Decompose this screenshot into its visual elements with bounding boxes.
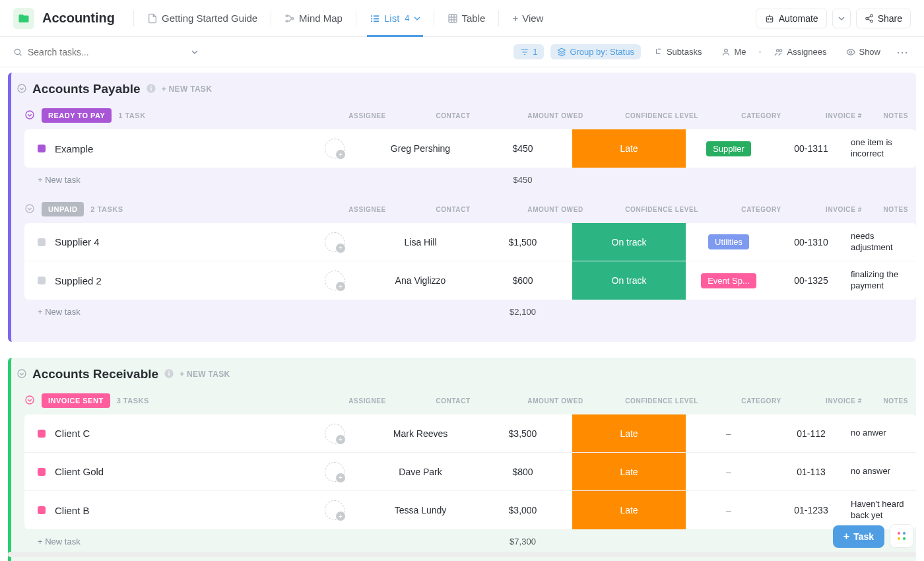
col-confidence[interactable]: CONFIDENCE LEVEL	[605, 112, 719, 119]
svg-rect-10	[766, 16, 772, 22]
search-input[interactable]	[28, 47, 186, 57]
col-confidence[interactable]: CONFIDENCE LEVEL	[605, 206, 719, 213]
svg-point-35	[903, 537, 906, 540]
col-amount[interactable]: AMOUNT OWED	[506, 112, 605, 119]
amount-value: $3,000	[473, 505, 572, 515]
col-amount[interactable]: AMOUNT OWED	[506, 397, 605, 405]
fab-task-button[interactable]: + Task	[833, 525, 884, 548]
assignee-add[interactable]	[325, 462, 345, 482]
chevron-down-icon[interactable]	[191, 49, 198, 55]
category-tag[interactable]: Utilities	[708, 234, 749, 249]
confidence-value[interactable]: On track	[572, 223, 686, 261]
task-row[interactable]: Supplied 2 Ana Viglizzo $600 On track Ev…	[24, 261, 916, 300]
col-assignee[interactable]: ASSIGNEE	[335, 112, 401, 119]
more-menu[interactable]: ⋯	[894, 45, 911, 59]
search-box[interactable]	[13, 47, 198, 57]
automate-dropdown[interactable]	[832, 9, 851, 28]
confidence-value[interactable]: Late	[572, 491, 686, 529]
invoice-value: 00-1311	[772, 143, 851, 154]
group-invoice-sent: INVOICE SENT 3 TASKS ASSIGNEE CONTACT AM…	[11, 393, 916, 561]
col-notes[interactable]: NOTES	[884, 112, 916, 119]
status-bullet	[38, 468, 46, 476]
show-pill[interactable]: Show	[840, 44, 887, 59]
eye-icon	[846, 48, 855, 57]
robot-icon	[764, 13, 775, 24]
col-category[interactable]: CATEGORY	[719, 397, 805, 405]
info-icon[interactable]	[146, 83, 156, 96]
automate-label: Automate	[779, 13, 818, 24]
tab-list[interactable]: List 4	[362, 7, 428, 29]
assignee-add[interactable]	[325, 139, 345, 158]
chevron-down-icon	[838, 15, 845, 22]
new-task-button[interactable]: + New task	[24, 307, 302, 317]
tab-add-view[interactable]: + View	[504, 7, 551, 29]
assignee-add[interactable]	[325, 500, 345, 520]
status-badge[interactable]: INVOICE SENT	[42, 393, 110, 408]
col-invoice[interactable]: INVOICE #	[805, 206, 884, 213]
layers-icon	[557, 48, 566, 57]
confidence-value[interactable]: Late	[572, 414, 686, 452]
col-assignee[interactable]: ASSIGNEE	[335, 397, 401, 405]
folder-title: Accounts Payable	[32, 82, 141, 96]
me-pill[interactable]: Me	[715, 44, 752, 59]
assignees-label: Assignees	[787, 47, 826, 57]
task-name: Example	[55, 143, 93, 154]
folder-new-task[interactable]: + NEW TASK	[180, 370, 230, 379]
filter-count: 1	[533, 47, 537, 57]
horizontal-scrollbar[interactable]	[8, 552, 916, 557]
confidence-value[interactable]: Late	[572, 453, 686, 490]
folder-accounts-receivable: Accounts Receivable + NEW TASK INVOICE S…	[8, 358, 916, 561]
new-task-button[interactable]: + New task	[24, 175, 302, 185]
col-contact[interactable]: CONTACT	[401, 206, 506, 213]
notes-value: one item is incorrect	[851, 137, 916, 160]
subtasks-pill[interactable]: Subtasks	[647, 44, 708, 59]
top-header: Accounting Getting Started Guide Mind Ma…	[0, 0, 924, 37]
task-row[interactable]: Client C Mark Reeves $3,500 Late – 01-11…	[24, 414, 916, 453]
col-assignee[interactable]: ASSIGNEE	[335, 206, 401, 213]
group-by-pill[interactable]: Group by: Status	[550, 44, 641, 59]
tab-table[interactable]: Table	[440, 7, 494, 29]
collapse-icon[interactable]	[24, 203, 35, 216]
status-badge[interactable]: READY TO PAY	[42, 108, 112, 123]
folder-new-task[interactable]: + NEW TASK	[162, 84, 212, 94]
col-notes[interactable]: NOTES	[884, 397, 916, 405]
share-button[interactable]: Share	[856, 9, 911, 28]
task-row[interactable]: Supplier 4 Lisa Hill $1,500 On track Uti…	[24, 223, 916, 261]
collapse-icon[interactable]	[16, 83, 27, 96]
col-contact[interactable]: CONTACT	[401, 112, 506, 119]
confidence-value[interactable]: On track	[572, 261, 686, 300]
col-invoice[interactable]: INVOICE #	[805, 397, 884, 405]
task-row[interactable]: Client B Tessa Lundy $3,000 Late – 01-12…	[24, 491, 916, 529]
collapse-icon[interactable]	[24, 110, 35, 122]
category-tag[interactable]: Event Sp...	[701, 273, 756, 288]
collapse-icon[interactable]	[16, 368, 27, 381]
tab-getting-started[interactable]: Getting Started Guide	[139, 7, 265, 29]
col-notes[interactable]: NOTES	[884, 206, 916, 213]
folder-icon	[13, 8, 34, 29]
new-task-button[interactable]: + New task	[24, 537, 302, 546]
category-tag[interactable]: Supplier	[706, 141, 751, 156]
filter-count-pill[interactable]: 1	[513, 44, 544, 59]
col-category[interactable]: CATEGORY	[719, 112, 805, 119]
info-icon[interactable]	[164, 368, 174, 381]
svg-rect-23	[150, 87, 151, 90]
automate-button[interactable]: Automate	[756, 9, 827, 28]
assignees-pill[interactable]: Assignees	[768, 44, 833, 59]
tab-mind-map[interactable]: Mind Map	[277, 7, 350, 29]
fab-apps-button[interactable]	[890, 524, 913, 548]
status-badge[interactable]: UNPAID	[42, 202, 84, 216]
task-row[interactable]: Client Gold Dave Park $800 Late – 01-113…	[24, 453, 916, 491]
tab-label: Mind Map	[299, 13, 343, 24]
col-amount[interactable]: AMOUNT OWED	[506, 206, 605, 213]
collapse-icon[interactable]	[24, 395, 35, 407]
share-icon	[865, 14, 874, 23]
task-row[interactable]: Example Greg Pershing $450 Late Supplier…	[24, 129, 916, 168]
col-category[interactable]: CATEGORY	[719, 206, 805, 213]
col-invoice[interactable]: INVOICE #	[805, 112, 884, 119]
assignee-add[interactable]	[325, 232, 345, 252]
col-confidence[interactable]: CONFIDENCE LEVEL	[605, 397, 719, 405]
confidence-value[interactable]: Late	[572, 129, 686, 168]
assignee-add[interactable]	[325, 424, 345, 444]
col-contact[interactable]: CONTACT	[401, 397, 506, 405]
assignee-add[interactable]	[325, 271, 345, 290]
